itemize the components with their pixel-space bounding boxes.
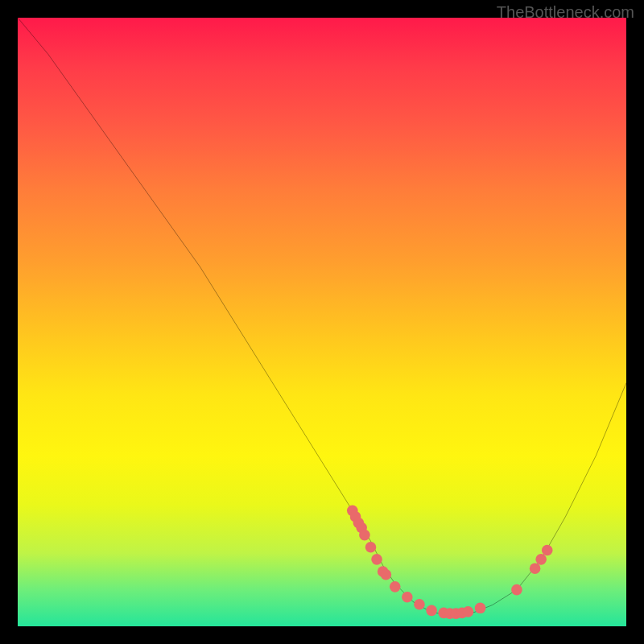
scatter-point <box>381 569 392 580</box>
scatter-point <box>390 581 401 592</box>
watermark: TheBottleneck.com <box>497 3 634 22</box>
scatter-point <box>535 554 547 565</box>
scatter-point <box>426 605 437 617</box>
scatter-points <box>347 506 553 619</box>
scatter-point <box>530 563 541 574</box>
scatter-point <box>371 554 382 565</box>
scatter-point <box>475 603 486 614</box>
scatter-point <box>463 606 474 617</box>
scatter-point <box>511 584 522 596</box>
scatter-point <box>542 545 553 556</box>
scatter-point <box>365 542 377 553</box>
bottleneck-curve <box>18 18 626 614</box>
scatter-point <box>402 592 413 603</box>
chart-svg <box>18 18 626 626</box>
scatter-point <box>359 530 370 541</box>
chart-plot-area <box>18 18 626 626</box>
scatter-point <box>414 599 425 610</box>
